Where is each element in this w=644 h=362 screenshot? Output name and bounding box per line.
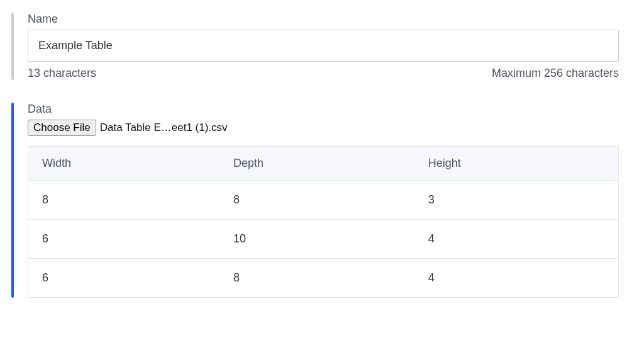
data-label: Data: [28, 103, 619, 116]
char-count: 13 characters: [28, 67, 96, 80]
table-cell: 6: [28, 259, 220, 298]
selected-file-name: Data Table E…eet1 (1).csv: [100, 122, 228, 134]
max-chars: Maximum 256 characters: [492, 67, 619, 80]
name-label: Name: [28, 13, 619, 26]
table-header-row: Width Depth Height: [28, 147, 619, 181]
table-cell: 10: [219, 220, 414, 259]
table-cell: 6: [28, 220, 220, 259]
name-help-row: 13 characters Maximum 256 characters: [28, 67, 619, 80]
table-cell: 4: [414, 220, 619, 259]
name-section: Name 13 characters Maximum 256 character…: [11, 13, 619, 80]
table-row: 6 10 4: [28, 220, 619, 259]
table-cell: 4: [414, 259, 619, 298]
col-header: Depth: [219, 147, 414, 181]
col-header: Height: [414, 147, 619, 181]
name-input[interactable]: [28, 30, 619, 62]
table-cell: 8: [219, 259, 414, 298]
data-section: Data Choose File Data Table E…eet1 (1).c…: [11, 103, 619, 298]
choose-file-button[interactable]: Choose File: [28, 120, 96, 136]
data-table: Width Depth Height 8 8 3 6 10 4 6 8 4: [28, 146, 619, 298]
table-row: 8 8 3: [28, 181, 619, 220]
file-chooser-row: Choose File Data Table E…eet1 (1).csv: [28, 120, 619, 136]
table-cell: 8: [219, 181, 414, 220]
table-cell: 3: [414, 181, 619, 220]
col-header: Width: [28, 147, 220, 181]
table-row: 6 8 4: [28, 259, 619, 298]
table-cell: 8: [28, 181, 220, 220]
